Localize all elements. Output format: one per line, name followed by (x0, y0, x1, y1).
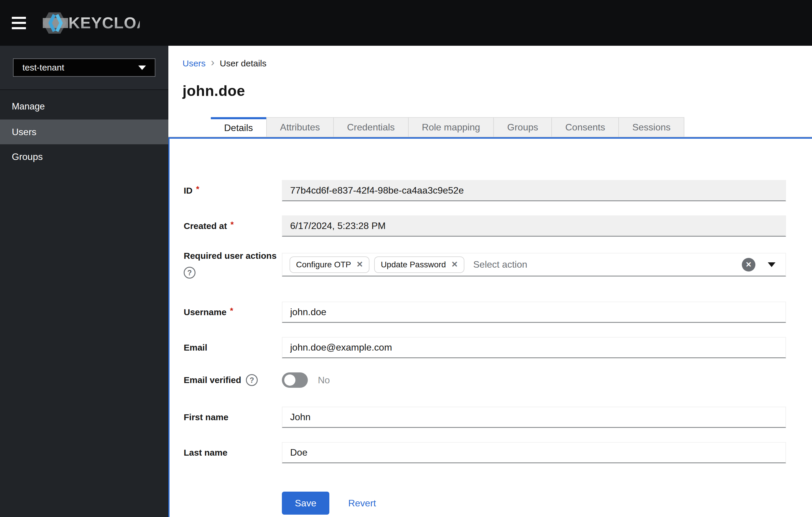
form-group-username: Username * (184, 302, 786, 323)
form-actions: Save Revert (184, 492, 786, 515)
content-header: Users › User details john.doe Details At… (168, 46, 812, 137)
required-asterisk: * (231, 220, 234, 229)
keycloak-logo[interactable]: KEYCLOAK (42, 8, 140, 38)
label-text: Last name (184, 448, 227, 458)
first-name-field[interactable] (282, 407, 786, 428)
masthead: KEYCLOAK (0, 0, 812, 46)
select-placeholder: Select action (473, 259, 527, 270)
nav-section-title: Manage (0, 101, 168, 119)
user-details-form: ID * Created at * Required user actions … (184, 180, 786, 515)
form-group-last-name: Last name (184, 442, 786, 463)
tab-sessions[interactable]: Sessions (618, 117, 684, 137)
save-button[interactable]: Save (282, 492, 329, 515)
form-group-email: Email (184, 337, 786, 358)
tab-label: Role mapping (422, 122, 480, 133)
label-text: First name (184, 412, 229, 422)
chevron-down-icon[interactable] (768, 262, 776, 267)
details-panel: ID * Created at * Required user actions … (168, 139, 812, 517)
tab-attributes[interactable]: Attributes (266, 117, 333, 137)
hamburger-bar (12, 17, 26, 19)
tab-content-divider (168, 137, 812, 139)
label-text: Email (184, 343, 207, 353)
tab-label: Attributes (280, 122, 320, 133)
sidebar-item-groups[interactable]: Groups (0, 144, 168, 169)
realm-name: test-tenant (22, 62, 64, 73)
label-text: Required user actions (184, 251, 277, 261)
tab-label: Credentials (347, 122, 395, 133)
username-label: Username * (184, 307, 282, 317)
page-title: john.doe (182, 82, 786, 100)
chip-label: Configure OTP (296, 260, 351, 269)
form-group-required-user-actions: Required user actions ? Configure OTP ✕ … (184, 251, 786, 278)
form-group-created-at: Created at * (184, 215, 786, 237)
tab-role-mapping[interactable]: Role mapping (408, 117, 493, 137)
breadcrumb-current: User details (220, 58, 266, 69)
chip-label: Update Password (381, 260, 446, 269)
realm-selector-dropdown[interactable]: test-tenant (13, 58, 155, 77)
created-at-field[interactable] (282, 215, 786, 237)
tab-credentials[interactable]: Credentials (333, 117, 408, 137)
chip-update-password: Update Password ✕ (374, 256, 464, 273)
tab-bar: Details Attributes Credentials Role mapp… (211, 117, 786, 137)
username-field[interactable] (282, 302, 786, 323)
tab-details[interactable]: Details (211, 117, 266, 137)
form-group-email-verified: Email verified ? No (184, 373, 786, 388)
breadcrumb: Users › User details (182, 58, 786, 69)
breadcrumb-link-users[interactable]: Users (182, 58, 205, 69)
tab-label: Sessions (632, 122, 670, 133)
email-label: Email (184, 343, 282, 353)
tab-label: Consents (565, 122, 605, 133)
tab-consents[interactable]: Consents (551, 117, 618, 137)
brand-text: KEYCLOAK (68, 14, 140, 32)
label-text: Created at (184, 221, 227, 231)
help-icon[interactable]: ? (246, 374, 258, 386)
sidebar: test-tenant Manage Users Groups (0, 46, 168, 517)
required-asterisk: * (196, 185, 199, 194)
revert-button[interactable]: Revert (348, 498, 376, 509)
sidebar-item-users[interactable]: Users (0, 119, 168, 144)
label-text: ID (184, 186, 193, 196)
select-controls: ✕ (742, 258, 778, 271)
required-asterisk: * (230, 306, 233, 316)
label-text: Email verified (184, 375, 241, 385)
first-name-label: First name (184, 412, 282, 422)
label-text: Username (184, 307, 227, 317)
sidebar-item-label: Users (12, 127, 36, 137)
email-verified-label: Email verified ? (184, 374, 282, 386)
nav-toggle-hamburger-icon[interactable] (12, 17, 26, 29)
tab-groups[interactable]: Groups (493, 117, 551, 137)
tab-label: Groups (507, 122, 538, 133)
created-at-label: Created at * (184, 221, 282, 231)
realm-selector-area: test-tenant (0, 46, 168, 90)
last-name-label: Last name (184, 448, 282, 458)
toggle-state-label: No (318, 375, 330, 386)
breadcrumb-chevron-icon: › (211, 57, 214, 68)
keycloak-logo-icon: KEYCLOAK (42, 8, 140, 38)
email-field[interactable] (282, 337, 786, 358)
id-field[interactable] (282, 180, 786, 201)
form-group-id: ID * (184, 180, 786, 201)
clear-selection-icon[interactable]: ✕ (742, 258, 755, 271)
chip-remove-icon[interactable]: ✕ (356, 261, 363, 269)
required-user-actions-select[interactable]: Configure OTP ✕ Update Password ✕ Select… (282, 253, 786, 276)
last-name-field[interactable] (282, 442, 786, 463)
form-group-first-name: First name (184, 407, 786, 428)
chevron-down-icon (138, 65, 146, 70)
actions-buttons: Save Revert (282, 492, 786, 515)
id-label: ID * (184, 186, 282, 196)
email-verified-control: No (282, 373, 786, 388)
main-content: Users › User details john.doe Details At… (168, 46, 812, 517)
help-icon[interactable]: ? (184, 267, 196, 278)
hamburger-bar (12, 27, 26, 29)
sidebar-nav: Manage Users Groups (0, 90, 168, 169)
chip-configure-otp: Configure OTP ✕ (290, 256, 370, 273)
tab-label: Details (224, 123, 253, 133)
required-user-actions-label: Required user actions ? (184, 251, 282, 278)
sidebar-item-label: Groups (12, 152, 43, 162)
toggle-knob (284, 375, 295, 386)
email-verified-toggle[interactable] (282, 373, 308, 388)
chip-remove-icon[interactable]: ✕ (451, 261, 458, 269)
hamburger-bar (12, 22, 26, 24)
